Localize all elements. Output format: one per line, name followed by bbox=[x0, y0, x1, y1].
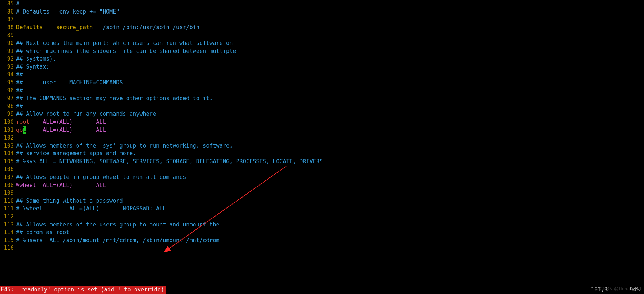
code-segment: # Defaults env_keep += "HOME" bbox=[16, 8, 119, 15]
line-content[interactable]: ## cdrom as root bbox=[16, 229, 644, 237]
line-content[interactable]: ## Allow root to run any commands anywhe… bbox=[16, 110, 644, 118]
code-line[interactable]: 113## Allows members of the users group … bbox=[1, 221, 644, 229]
line-number: 111 bbox=[1, 205, 16, 213]
code-segment: ## Allow root to run any commands anywhe… bbox=[16, 111, 156, 117]
code-line[interactable]: 103## Allows members of the 'sys' group … bbox=[1, 142, 644, 150]
line-content[interactable]: ## Same thing without a password bbox=[16, 197, 644, 205]
line-content[interactable]: # Defaults env_keep += "HOME" bbox=[16, 8, 644, 16]
code-line[interactable]: 96## bbox=[1, 87, 644, 95]
code-line[interactable]: 91## which machines (the sudoers file ca… bbox=[1, 47, 644, 56]
code-line[interactable]: 116 bbox=[1, 244, 644, 252]
line-number: 99 bbox=[1, 110, 16, 118]
line-content[interactable]: Defaults secure_path = /sbin:/bin:/usr/s… bbox=[16, 24, 644, 32]
code-segment: # %sys ALL = NETWORKING, SOFTWARE, SERVI… bbox=[16, 158, 323, 165]
code-line[interactable]: 101qbl ALL=(ALL) ALL bbox=[1, 126, 644, 134]
code-segment: = /sbin:/bin:/usr/sbin:/usr/bin bbox=[96, 24, 199, 31]
line-content[interactable]: ## bbox=[16, 71, 644, 79]
line-content[interactable]: ## Allows members of the 'sys' group to … bbox=[16, 142, 644, 150]
code-line[interactable]: 88Defaults secure_path = /sbin:/bin:/usr… bbox=[1, 24, 644, 32]
code-line[interactable]: 95## user MACHINE=COMMANDS bbox=[1, 79, 644, 87]
code-segment: ## which machines (the sudoers file can … bbox=[16, 48, 236, 54]
code-line[interactable]: 99## Allow root to run any commands anyw… bbox=[1, 110, 644, 118]
code-line[interactable]: 94## bbox=[1, 71, 644, 79]
code-line[interactable]: 102 bbox=[1, 134, 644, 142]
line-content[interactable]: ## bbox=[16, 87, 644, 95]
line-content[interactable]: ## Allows people in group wheel to run a… bbox=[16, 173, 644, 182]
line-content[interactable]: # bbox=[16, 0, 644, 8]
line-number: 116 bbox=[1, 244, 16, 252]
line-number: 94 bbox=[1, 71, 16, 79]
line-content[interactable]: ## which machines (the sudoers file can … bbox=[16, 47, 644, 56]
line-number: 87 bbox=[1, 16, 16, 24]
code-line[interactable]: 87 bbox=[1, 16, 644, 24]
line-number: 104 bbox=[1, 150, 16, 158]
line-number: 102 bbox=[1, 134, 16, 142]
status-bar: E45: 'readonly' option is set (add ! to … bbox=[0, 286, 644, 294]
code-segment: ## Allows people in group wheel to run a… bbox=[16, 174, 186, 180]
watermark: CSDN @Hungry_11 bbox=[600, 285, 642, 293]
code-line[interactable]: 115# %users ALL=/sbin/mount /mnt/cdrom, … bbox=[1, 237, 644, 245]
code-line[interactable]: 110## Same thing without a password bbox=[1, 197, 644, 205]
line-number: 110 bbox=[1, 197, 16, 205]
code-line[interactable]: 86# Defaults env_keep += "HOME" bbox=[1, 8, 644, 16]
code-line[interactable]: 93## Syntax: bbox=[1, 63, 644, 71]
line-content[interactable]: ## user MACHINE=COMMANDS bbox=[16, 79, 644, 87]
line-number: 106 bbox=[1, 165, 16, 173]
line-number: 115 bbox=[1, 237, 16, 245]
code-segment: ## user MACHINE=COMMANDS bbox=[16, 79, 123, 86]
code-line[interactable]: 105# %sys ALL = NETWORKING, SOFTWARE, SE… bbox=[1, 158, 644, 166]
line-number: 93 bbox=[1, 63, 16, 71]
code-segment: %wheel ALL=(ALL) ALL bbox=[16, 182, 106, 188]
code-line[interactable]: 109 bbox=[1, 189, 644, 197]
line-number: 113 bbox=[1, 221, 16, 229]
code-segment: qb bbox=[16, 127, 23, 133]
line-number: 89 bbox=[1, 31, 16, 39]
code-line[interactable]: 106 bbox=[1, 165, 644, 173]
line-content[interactable]: # %wheel ALL=(ALL) NOPASSWD: ALL bbox=[16, 205, 644, 213]
code-segment: # bbox=[16, 0, 19, 7]
line-number: 86 bbox=[1, 8, 16, 16]
code-line[interactable]: 100root ALL=(ALL) ALL bbox=[1, 118, 644, 126]
code-segment: ALL=(ALL) ALL bbox=[26, 127, 106, 133]
code-line[interactable]: 85# bbox=[1, 0, 644, 8]
line-number: 95 bbox=[1, 79, 16, 87]
line-number: 92 bbox=[1, 55, 16, 63]
line-number: 109 bbox=[1, 189, 16, 197]
code-line[interactable]: 114## cdrom as root bbox=[1, 229, 644, 237]
line-number: 101 bbox=[1, 126, 16, 134]
code-line[interactable]: 98## bbox=[1, 103, 644, 111]
line-number: 105 bbox=[1, 158, 16, 166]
code-segment: ## Syntax: bbox=[16, 64, 49, 70]
code-line[interactable]: 89 bbox=[1, 31, 644, 39]
line-content[interactable]: %wheel ALL=(ALL) ALL bbox=[16, 182, 644, 190]
line-content[interactable]: qbl ALL=(ALL) ALL bbox=[16, 126, 644, 134]
code-segment: ## The COMMANDS section may have other o… bbox=[16, 95, 213, 102]
line-content[interactable]: # %sys ALL = NETWORKING, SOFTWARE, SERVI… bbox=[16, 158, 644, 166]
code-line[interactable]: 107## Allows people in group wheel to ru… bbox=[1, 173, 644, 182]
code-line[interactable]: 108%wheel ALL=(ALL) ALL bbox=[1, 182, 644, 190]
error-message: E45: 'readonly' option is set (add ! to … bbox=[0, 286, 166, 294]
line-content[interactable]: ## Syntax: bbox=[16, 63, 644, 71]
code-segment: ## Same thing without a password bbox=[16, 198, 123, 204]
line-content[interactable]: # %users ALL=/sbin/mount /mnt/cdrom, /sb… bbox=[16, 237, 644, 245]
line-number: 97 bbox=[1, 95, 16, 103]
code-line[interactable]: 111# %wheel ALL=(ALL) NOPASSWD: ALL bbox=[1, 205, 644, 213]
code-line[interactable]: 92## systems). bbox=[1, 55, 644, 63]
line-number: 85 bbox=[1, 0, 16, 8]
code-line[interactable]: 97## The COMMANDS section may have other… bbox=[1, 95, 644, 103]
editor-viewport[interactable]: 85#86# Defaults env_keep += "HOME"8788De… bbox=[0, 0, 644, 294]
code-line[interactable]: 90## Next comes the main part: which use… bbox=[1, 39, 644, 47]
line-content[interactable]: ## Next comes the main part: which users… bbox=[16, 39, 644, 47]
line-content[interactable]: ## Allows members of the users group to … bbox=[16, 221, 644, 229]
line-number: 112 bbox=[1, 213, 16, 221]
code-segment: ALL=(ALL) ALL bbox=[30, 119, 106, 125]
code-line[interactable]: 104## service management apps and more. bbox=[1, 150, 644, 158]
code-segment: ## cdrom as root bbox=[16, 229, 69, 236]
line-content[interactable]: ## The COMMANDS section may have other o… bbox=[16, 95, 644, 103]
code-segment: # %users ALL=/sbin/mount /mnt/cdrom, /sb… bbox=[16, 237, 220, 244]
line-content[interactable]: ## service management apps and more. bbox=[16, 150, 644, 158]
line-content[interactable]: root ALL=(ALL) ALL bbox=[16, 118, 644, 126]
code-line[interactable]: 112 bbox=[1, 213, 644, 221]
line-content[interactable]: ## systems). bbox=[16, 55, 644, 63]
line-content[interactable]: ## bbox=[16, 103, 644, 111]
